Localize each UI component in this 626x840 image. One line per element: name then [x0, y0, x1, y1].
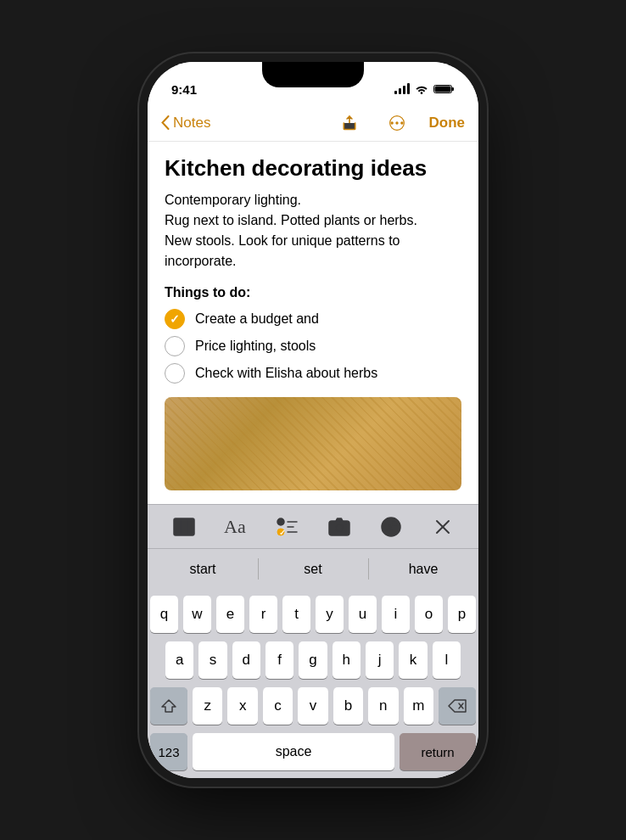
key-a[interactable]: a: [165, 641, 193, 679]
checklist-text-2: Price lighting, stools: [195, 339, 316, 354]
checklist-item-3[interactable]: Check with Elisha about herbs: [165, 363, 461, 384]
svg-point-13: [277, 518, 284, 525]
svg-point-4: [395, 121, 398, 124]
delete-icon: [448, 699, 467, 713]
svg-text:A: A: [385, 521, 393, 534]
checkbox-3[interactable]: [165, 363, 185, 384]
key-h[interactable]: h: [333, 641, 361, 679]
checklist-text-1: Create a budget and: [195, 311, 319, 327]
predictive-word-3[interactable]: have: [368, 552, 478, 587]
key-q[interactable]: q: [150, 596, 178, 633]
key-t[interactable]: t: [282, 596, 310, 633]
svg-rect-7: [174, 518, 194, 535]
key-x[interactable]: x: [227, 687, 257, 725]
signal-icon: [394, 84, 410, 94]
checklist-icon: ✓: [277, 518, 299, 536]
checklist-item-1[interactable]: Create a budget and: [165, 309, 461, 329]
note-body-text: Contemporary lighting.Rug next to island…: [165, 193, 417, 268]
key-g[interactable]: g: [299, 641, 327, 679]
key-n[interactable]: n: [368, 687, 398, 725]
keyboard: q w e r t y u i o p a s d f g h j k l: [148, 589, 478, 778]
ellipsis-icon: [388, 115, 405, 132]
key-f[interactable]: f: [265, 641, 293, 679]
key-b[interactable]: b: [333, 687, 363, 725]
key-row-1: q w e r t y u i o p: [150, 596, 476, 633]
key-z[interactable]: z: [193, 687, 222, 725]
note-content: Kitchen decorating ideas Contemporary li…: [148, 142, 478, 504]
svg-point-3: [390, 121, 393, 124]
key-p[interactable]: p: [448, 596, 476, 633]
back-button[interactable]: Notes: [161, 115, 210, 132]
note-image: [165, 397, 461, 490]
key-u[interactable]: u: [349, 596, 377, 633]
key-o[interactable]: o: [415, 596, 443, 633]
key-c[interactable]: c: [263, 687, 293, 725]
key-d[interactable]: d: [232, 641, 260, 679]
nav-bar: Notes Done: [148, 104, 478, 142]
key-w[interactable]: w: [183, 596, 211, 633]
share-icon: [341, 115, 358, 132]
things-section: Things to do: Create a budget and Price …: [165, 285, 461, 384]
svg-text:✓: ✓: [278, 529, 285, 536]
nav-actions: Done: [334, 108, 466, 138]
chevron-left-icon: [161, 115, 170, 130]
key-k[interactable]: k: [399, 641, 427, 679]
notch: [262, 62, 364, 87]
svg-point-24: [392, 521, 397, 526]
key-v[interactable]: v: [298, 687, 327, 725]
table-icon: [173, 518, 195, 536]
key-y[interactable]: y: [316, 596, 344, 633]
close-icon: [435, 519, 450, 535]
battery-icon: [433, 84, 455, 94]
key-row-3: z x c v b n m: [150, 687, 476, 725]
svg-point-21: [345, 524, 347, 525]
key-r[interactable]: r: [249, 596, 277, 633]
note-title[interactable]: Kitchen decorating ideas: [165, 155, 461, 182]
camera-icon: [328, 518, 350, 536]
status-time: 9:41: [171, 82, 197, 97]
table-button[interactable]: [169, 512, 199, 542]
done-button[interactable]: Done: [429, 115, 466, 132]
status-bar: 9:41: [148, 62, 478, 104]
key-j[interactable]: j: [366, 641, 394, 679]
space-key[interactable]: space: [193, 733, 394, 770]
predictive-word-2[interactable]: set: [258, 552, 368, 587]
numbers-key[interactable]: 123: [150, 733, 187, 770]
checklist-text-3: Check with Elisha about herbs: [195, 366, 377, 381]
checkbox-2[interactable]: [165, 336, 185, 356]
key-row-2: a s d f g h j k l: [150, 641, 476, 679]
key-e[interactable]: e: [216, 596, 244, 633]
phone-frame: 9:41 Notes: [148, 62, 478, 778]
markup-button[interactable]: A: [376, 512, 406, 542]
key-s[interactable]: s: [198, 641, 226, 679]
return-key[interactable]: return: [400, 733, 476, 770]
delete-key[interactable]: [439, 687, 476, 725]
share-button[interactable]: [334, 108, 365, 138]
checkbox-1[interactable]: [165, 309, 185, 329]
key-l[interactable]: l: [433, 641, 461, 679]
shift-icon: [161, 698, 176, 714]
note-body: Contemporary lighting.Rug next to island…: [165, 190, 461, 272]
formatting-toolbar: Aa ✓ A: [148, 504, 478, 548]
more-button[interactable]: [382, 108, 412, 138]
checklist-button[interactable]: ✓: [272, 512, 303, 542]
svg-rect-2: [435, 87, 451, 92]
predictive-word-1[interactable]: start: [148, 552, 258, 587]
camera-button[interactable]: [324, 512, 355, 542]
svg-point-5: [400, 121, 403, 124]
checklist-item-2[interactable]: Price lighting, stools: [165, 336, 461, 356]
back-label: Notes: [173, 115, 210, 132]
markup-icon: A: [380, 516, 402, 538]
key-row-4: 123 space return: [150, 733, 476, 770]
things-label: Things to do:: [165, 285, 461, 300]
text-format-icon: Aa: [224, 518, 248, 536]
status-icons: [394, 84, 455, 94]
shift-key[interactable]: [150, 687, 187, 725]
close-keyboard-button[interactable]: [428, 512, 458, 542]
svg-text:Aa: Aa: [224, 518, 246, 536]
key-m[interactable]: m: [404, 687, 433, 725]
svg-rect-1: [452, 87, 455, 91]
predictive-text-bar: start set have Predictive text: [148, 548, 478, 589]
key-i[interactable]: i: [382, 596, 410, 633]
format-text-button[interactable]: Aa: [221, 512, 251, 542]
